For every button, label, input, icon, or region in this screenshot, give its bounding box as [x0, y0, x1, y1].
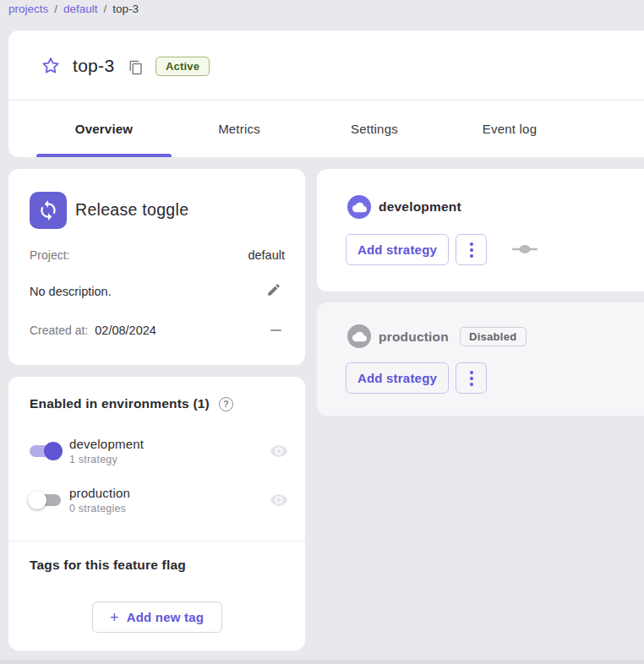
add-strategy-button[interactable]: Add strategy	[346, 362, 449, 394]
card-divider	[8, 541, 305, 542]
kebab-menu-icon	[470, 371, 473, 374]
cloud-environment-icon	[347, 324, 371, 348]
page-title: top-3	[73, 56, 114, 76]
star-icon	[41, 66, 61, 79]
pencil-icon	[266, 282, 281, 300]
development-toggle[interactable]	[30, 441, 61, 461]
environment-toggle-row: development 1 strategy	[30, 433, 288, 470]
production-environment-panel: production Disabled Add strategy	[317, 302, 644, 416]
add-new-tag-label: Add new tag	[127, 610, 204, 624]
tab-metrics[interactable]: Metrics	[172, 100, 307, 157]
cloud-environment-icon	[347, 195, 371, 219]
project-label: Project:	[30, 248, 69, 262]
plus-icon: +	[110, 610, 119, 625]
breadcrumb-separator: /	[104, 3, 107, 15]
minus-icon	[270, 329, 281, 332]
more-options-button[interactable]	[456, 234, 487, 265]
more-options-button[interactable]	[456, 362, 487, 394]
description-text: No description.	[30, 285, 112, 298]
flag-details-card: Release toggle Project: default No descr…	[8, 169, 305, 365]
environment-name: production	[69, 486, 130, 500]
disabled-badge: Disabled	[460, 327, 527, 346]
environment-strategy-count: 1 strategy	[69, 454, 144, 465]
breadcrumb-link-default[interactable]: default	[63, 3, 98, 15]
edit-description-button[interactable]	[266, 282, 281, 300]
environment-panel-name: development	[379, 199, 461, 215]
copy-name-button[interactable]	[128, 60, 144, 75]
favorite-star-button[interactable]	[41, 56, 61, 76]
environment-toggle-row: production 0 strategies	[30, 482, 288, 519]
tab-overview[interactable]: Overview	[36, 100, 172, 157]
project-value: default	[248, 248, 285, 262]
copy-icon	[128, 65, 144, 78]
breadcrumb: projects / default / top-3	[8, 3, 139, 15]
next-section-edge	[0, 660, 644, 664]
breadcrumb-current: top-3	[112, 3, 139, 15]
environments-heading: Enabled in environments (1)	[30, 396, 210, 411]
environment-panel-name: production	[379, 329, 449, 345]
breadcrumb-link-projects[interactable]: projects	[8, 3, 48, 15]
project-row: Project: default	[30, 248, 285, 262]
status-badge: Active	[156, 57, 210, 76]
environment-strategy-count: 0 strategies	[69, 503, 130, 514]
flag-type-label: Release toggle	[75, 200, 188, 220]
tab-event-log[interactable]: Event log	[442, 100, 577, 157]
tab-settings[interactable]: Settings	[307, 100, 442, 157]
visibility-eye-icon[interactable]	[270, 442, 288, 460]
tab-bar: Overview Metrics Settings Event log	[36, 100, 577, 157]
collapse-details-button[interactable]	[270, 329, 281, 332]
release-toggle-icon	[30, 192, 67, 229]
add-strategy-button[interactable]: Add strategy	[346, 234, 449, 265]
description-row: No description.	[30, 282, 281, 300]
visibility-eye-icon[interactable]	[270, 491, 288, 509]
environment-name: development	[69, 437, 144, 451]
development-environment-panel: development Add strategy	[317, 169, 644, 291]
created-at-label: Created at:	[30, 324, 88, 337]
help-icon[interactable]: ?	[219, 397, 233, 411]
created-at-value: 02/08/2024	[95, 324, 156, 337]
feature-header-card: top-3 Active Overview Metrics Settings E…	[8, 30, 644, 157]
strategy-indicator-icon	[512, 242, 538, 258]
add-new-tag-button[interactable]: + Add new tag	[92, 601, 222, 633]
tags-heading: Tags for this feature flag	[30, 558, 186, 573]
breadcrumb-separator: /	[54, 3, 57, 15]
feature-header-top: top-3 Active	[8, 30, 644, 100]
production-toggle[interactable]	[30, 490, 61, 510]
environments-card: Enabled in environments (1) ? developmen…	[8, 377, 305, 650]
created-at-row: Created at: 02/08/2024	[30, 324, 281, 337]
kebab-menu-icon	[470, 242, 473, 246]
active-tab-indicator	[36, 154, 172, 157]
